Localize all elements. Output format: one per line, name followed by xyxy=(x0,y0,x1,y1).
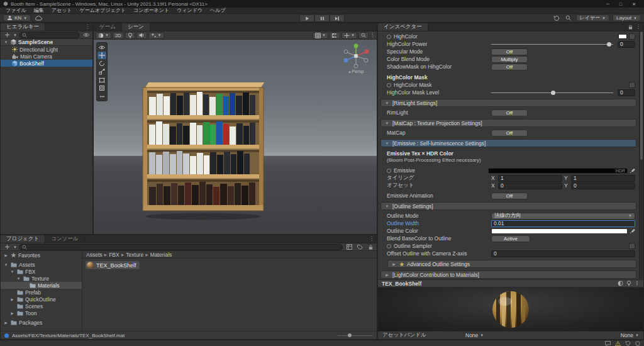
thumbnail-size-slider[interactable] xyxy=(338,332,373,338)
hidden-packages-toggle[interactable] xyxy=(366,243,375,251)
section-matcap[interactable]: ▼ [MatCap : Texture Projection Settings] xyxy=(380,119,636,127)
project-search-input[interactable] xyxy=(19,244,343,250)
undo-history-button[interactable] xyxy=(552,14,561,22)
tree-item-fbx[interactable]: ▼ FBX xyxy=(1,268,82,275)
grid-settings-dropdown[interactable]: ▼ xyxy=(313,32,328,39)
texture-slot-icon[interactable] xyxy=(387,83,391,87)
tab-hierarchy[interactable]: ヒエラルキー xyxy=(1,23,45,31)
eyedropper-icon[interactable] xyxy=(630,168,635,174)
highcolor-mask-texture-thumb[interactable] xyxy=(629,82,635,88)
hierarchy-item-bookshelf[interactable]: BookShelf xyxy=(1,60,92,67)
2d-toggle[interactable]: 2D xyxy=(113,32,124,39)
hierarchy-scene-row[interactable]: ▼ SampleScene xyxy=(1,39,92,46)
menu-file[interactable]: ファイル xyxy=(2,7,30,14)
highcolor-texture-thumb[interactable] xyxy=(629,33,635,40)
tab-console[interactable]: コンソール xyxy=(45,235,84,243)
highcolor-color-swatch[interactable] xyxy=(618,34,627,39)
account-button[interactable]: KN ▼ xyxy=(3,14,31,21)
outline-sampler-texture-thumb[interactable] xyxy=(629,243,635,249)
panel-menu-icon[interactable]: ⋮ xyxy=(369,237,374,242)
view-tool-button[interactable] xyxy=(97,43,106,51)
menu-help[interactable]: ヘルプ xyxy=(206,7,230,14)
section-rimlight[interactable]: ▼ [RimLight Settings] xyxy=(380,99,636,107)
close-button[interactable]: ✕ xyxy=(632,2,636,6)
menu-assets[interactable]: アセット xyxy=(48,7,76,14)
breadcrumb-item[interactable]: FBX xyxy=(109,252,119,258)
rimlight-button[interactable]: Off xyxy=(491,109,528,116)
preview-light-icon[interactable] xyxy=(626,281,631,286)
layers-dropdown[interactable]: レイヤー ▼ xyxy=(576,14,610,21)
matcap-button[interactable]: Off xyxy=(491,130,528,137)
shading-mode-dropdown[interactable]: ▼ xyxy=(96,32,111,39)
visibility-toggle[interactable] xyxy=(82,31,91,39)
offset-outline-input[interactable]: 0 xyxy=(491,250,635,257)
maximize-button[interactable]: □ xyxy=(619,2,622,6)
rect-tool-button[interactable] xyxy=(97,76,106,84)
texture-slot-icon[interactable] xyxy=(387,244,391,248)
tree-item-quickoutline[interactable]: ▶ QuickOutline xyxy=(1,296,82,303)
tree-item-assets[interactable]: ▼ Assets xyxy=(1,261,82,268)
scene-viewport[interactable]: ◀ Persp xyxy=(94,40,377,234)
offset-x-input[interactable]: 0 xyxy=(498,182,562,189)
section-outline[interactable]: ▼ [Outline Settings] xyxy=(380,202,636,210)
favorites-item[interactable]: ▶ Favorites xyxy=(1,252,82,259)
assetbundle-dropdown[interactable]: None ▼ xyxy=(465,332,617,338)
blend-basecolor-button[interactable]: Active xyxy=(491,235,530,242)
tiling-y-input[interactable]: 1 xyxy=(571,175,635,182)
bookshelf-object[interactable] xyxy=(140,80,266,222)
menu-gameobject[interactable]: ゲームオブジェクト xyxy=(76,7,130,14)
material-preview-area[interactable] xyxy=(378,287,643,331)
color-blend-mode-button[interactable]: Multiply xyxy=(491,56,528,63)
activity-indicator-icon[interactable] xyxy=(635,341,640,346)
tree-item-scenes[interactable]: Scenes xyxy=(1,303,82,310)
foldout-arrow-icon[interactable]: ▼ xyxy=(3,40,9,44)
layout-dropdown[interactable]: Layout ▼ xyxy=(613,14,641,21)
hierarchy-item-directional-light[interactable]: Directional Light xyxy=(1,46,92,53)
scene-more-menu[interactable]: ⋮ xyxy=(370,33,375,38)
section-emissive[interactable]: ▼ [Emissive : Self-luminescence Settings… xyxy=(380,139,636,147)
search-by-label-button[interactable] xyxy=(355,243,364,251)
specular-mode-button[interactable]: Off xyxy=(491,48,528,55)
rotate-tool-button[interactable] xyxy=(97,60,106,67)
material-preview-header[interactable]: TEX_BookShelf ⋮ xyxy=(378,279,643,287)
play-button[interactable] xyxy=(299,14,314,22)
preview-shape-icon[interactable] xyxy=(618,281,623,286)
tree-item-texture[interactable]: ▼ Texture xyxy=(1,275,82,282)
scene-audio-toggle[interactable] xyxy=(136,32,147,39)
highcolor-mask-level-slider[interactable] xyxy=(491,89,613,96)
tree-item-toon[interactable]: ▶ Toon xyxy=(1,310,82,316)
move-tool-button[interactable] xyxy=(97,52,106,59)
menu-component[interactable]: コンポーネント xyxy=(130,7,173,14)
preview-menu-icon[interactable]: ⋮ xyxy=(635,281,640,286)
search-button[interactable] xyxy=(564,14,573,22)
section-lightcolor[interactable]: ▶ [LightColor Contribution to Materials] xyxy=(380,271,636,279)
snap-toggle[interactable] xyxy=(330,32,340,39)
tab-inspector[interactable]: インスペクター xyxy=(378,23,428,31)
breadcrumb-item[interactable]: Texture xyxy=(126,252,143,258)
hierarchy-item-main-camera[interactable]: Main Camera xyxy=(1,53,92,60)
pause-button[interactable] xyxy=(314,14,330,22)
minimize-button[interactable]: ─ xyxy=(606,2,609,6)
cloud-services-button[interactable] xyxy=(34,14,43,22)
scene-search-button[interactable] xyxy=(358,32,369,39)
outline-width-input[interactable]: 0.01 xyxy=(491,220,635,227)
create-button[interactable] xyxy=(3,243,11,251)
tab-game[interactable]: ゲーム xyxy=(94,23,122,31)
emissive-hdr-color-field[interactable]: HDR xyxy=(488,168,628,174)
texture-slot-icon[interactable] xyxy=(387,169,391,173)
effects-dropdown[interactable]: ▼ xyxy=(148,32,164,39)
scene-lighting-toggle[interactable] xyxy=(125,32,135,39)
tree-item-prefab[interactable]: Prefab xyxy=(1,289,82,296)
search-by-type-button[interactable] xyxy=(345,243,353,251)
transform-tool-button[interactable] xyxy=(97,84,106,92)
tree-item-materials[interactable]: Materials xyxy=(1,282,82,289)
section-advanced-outline[interactable]: ▶ Advanced Outline Settings xyxy=(387,260,636,268)
tab-project[interactable]: プロジェクト xyxy=(1,235,45,243)
hierarchy-search-input[interactable] xyxy=(19,32,80,38)
asset-item-tex-bookshelf[interactable]: TEX_BookShelf xyxy=(86,261,140,269)
step-button[interactable] xyxy=(330,14,345,22)
inspector-scrollbar[interactable] xyxy=(639,31,643,279)
panel-menu-icon[interactable]: ⋮ xyxy=(636,25,641,30)
scale-tool-button[interactable] xyxy=(97,68,106,75)
gizmos-dropdown[interactable]: ▼ xyxy=(341,32,357,39)
